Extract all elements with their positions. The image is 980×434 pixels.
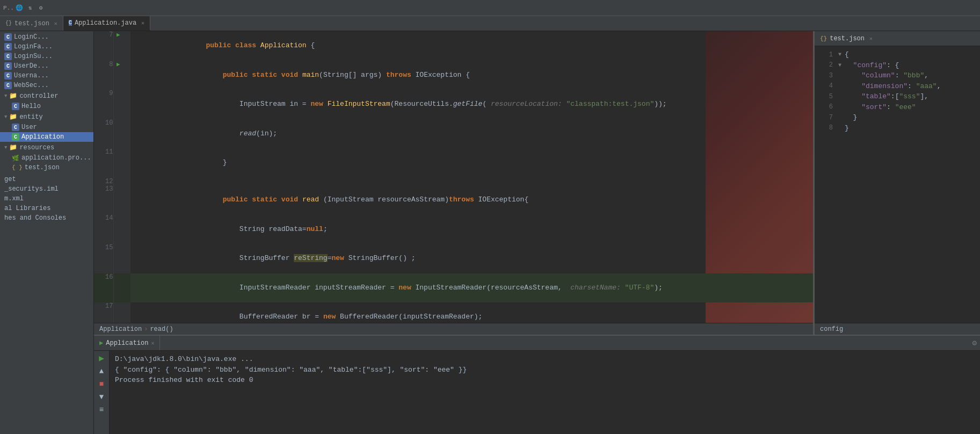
- code-line-12: 12: [94, 178, 813, 185]
- class-icon: C: [12, 124, 19, 131]
- sidebar-label: WebSec...: [14, 82, 49, 89]
- tab-label-active: Application.java: [75, 19, 136, 27]
- sidebar-item-libraries[interactable]: al Libraries: [4, 204, 89, 213]
- class-icon: C: [4, 33, 12, 41]
- sidebar-item-testjson[interactable]: { } test.json: [0, 163, 93, 172]
- class-icon: C: [4, 62, 12, 70]
- folder-icon: 📁: [9, 113, 17, 121]
- folder-icon: 📁: [9, 143, 17, 151]
- top-toolbar: P.. 🌐 ⇅ ⚙: [0, 0, 980, 16]
- main-tab-bar: {} test.json ✕ C Application.java ✕: [0, 16, 980, 31]
- right-tab-testjson[interactable]: {} test.json ✕: [815, 31, 878, 46]
- tab-application-java[interactable]: C Application.java ✕: [63, 16, 150, 31]
- sidebar-item-application[interactable]: C Application: [0, 132, 93, 142]
- sidebar-item-username[interactable]: C Userna...: [0, 71, 93, 81]
- chevron-down-icon: ▼: [4, 145, 7, 150]
- sidebar-item-user[interactable]: C User: [0, 122, 93, 132]
- sidebar-label: LoginC...: [14, 33, 49, 41]
- run-tab-text: Application: [106, 339, 148, 347]
- right-tab-close-icon[interactable]: ✕: [869, 35, 873, 42]
- project-sidebar: C LoginC... C LoginFa... C LoginSu... C …: [0, 31, 94, 434]
- main-layout: C LoginC... C LoginFa... C LoginSu... C …: [0, 31, 980, 434]
- run-play-button[interactable]: ▶: [96, 353, 107, 364]
- main-editor-pane: 7 ▶ public class Application { 8 ▶: [94, 31, 814, 335]
- class-icon: C: [4, 53, 12, 60]
- tab-test-json[interactable]: {} test.json ✕: [0, 16, 63, 31]
- sidebar-item-securityiml[interactable]: _securitys.iml: [4, 184, 89, 194]
- json-line-5: 5 "table":["sss"],: [820, 91, 975, 102]
- tab-close-icon[interactable]: ✕: [54, 20, 57, 27]
- class-icon: C: [4, 72, 12, 79]
- sidebar-item-controller[interactable]: ▼ 📁 controller: [0, 90, 93, 102]
- json-breadcrumb-config[interactable]: config: [820, 326, 843, 333]
- sidebar-item-entity[interactable]: ▼ 📁 entity: [0, 111, 93, 122]
- code-line-10: 10 read(in);: [94, 119, 813, 149]
- sidebar-item-mxml[interactable]: m.xml: [4, 194, 89, 204]
- chevron-down-icon: ▼: [4, 93, 7, 99]
- sidebar-item-hello[interactable]: C Hello: [0, 102, 93, 111]
- settings-icon[interactable]: ⚙: [37, 4, 45, 12]
- sidebar-label: LoginFa...: [14, 43, 53, 50]
- run-settings-icon[interactable]: ⚙: [969, 336, 980, 350]
- json-editor[interactable]: 1 ▼ { 2 ▼ "config": { 3 "column": "bbb",: [815, 46, 980, 323]
- sidebar-label: Userna...: [14, 72, 49, 79]
- code-line-16: 16 InputStreamReader inputStreamReader =…: [94, 273, 813, 303]
- run-up-button[interactable]: ▲: [96, 366, 107, 377]
- run-tab-close-icon[interactable]: ✕: [151, 340, 154, 346]
- java-file-icon: C: [69, 20, 72, 26]
- run-arrow-icon-8: ▶: [117, 61, 120, 68]
- sidebar-label: resources: [19, 144, 54, 151]
- sidebar-item-consoles[interactable]: hes and Consoles: [4, 213, 89, 223]
- run-exit-line: Process finished with exit code 0: [115, 375, 975, 386]
- json-line-1: 1 ▼ {: [820, 49, 975, 60]
- json-line-8: 8 }: [820, 123, 975, 134]
- run-toolbar: ▶ ▲ ■ ▼ ≡: [94, 351, 110, 434]
- sidebar-item-resources[interactable]: ▼ 📁 resources: [0, 142, 93, 153]
- breadcrumb-read[interactable]: read(): [150, 326, 173, 333]
- split-icon[interactable]: ⇅: [26, 4, 34, 12]
- class-icon: C: [4, 43, 12, 50]
- editor-breadcrumb: Application › read(): [94, 323, 813, 335]
- sidebar-label: test.json: [25, 164, 60, 171]
- code-line-7: 7 ▶ public class Application {: [94, 31, 813, 61]
- code-line-14: 14 String readData=null;: [94, 214, 813, 244]
- sidebar-item-websec[interactable]: C WebSec...: [0, 81, 93, 90]
- code-editor[interactable]: 7 ▶ public class Application { 8 ▶: [94, 31, 813, 323]
- code-line-8: 8 ▶ public static void main(String[] arg…: [94, 61, 813, 90]
- sidebar-label: LoginSu...: [14, 53, 53, 60]
- folder-icon: 📁: [9, 92, 17, 100]
- right-tab-bar: {} test.json ✕: [815, 31, 980, 46]
- sidebar-item-appprops[interactable]: 🌿 application.pro...: [0, 153, 93, 163]
- json-line-6: 6 "sort": "eee": [820, 102, 975, 113]
- json-icon-right: {}: [820, 35, 827, 42]
- code-line-11: 11 }: [94, 148, 813, 178]
- run-list-button[interactable]: ≡: [96, 404, 107, 415]
- run-tab-label[interactable]: ▶ Application ✕: [94, 336, 160, 350]
- code-line-9: 9 InputStream in = new FileInputStream(R…: [94, 90, 813, 119]
- run-down-button[interactable]: ▼: [96, 392, 107, 402]
- tab-close-active-icon[interactable]: ✕: [141, 20, 144, 26]
- sidebar-label: UserDe...: [14, 62, 49, 70]
- sidebar-item-userde[interactable]: C UserDe...: [0, 61, 93, 71]
- code-line-17: 17 BufferedReader br = new BufferedReade…: [94, 302, 813, 323]
- json-icon: { }: [12, 164, 23, 171]
- sidebar-label: application.pro...: [21, 154, 91, 162]
- breadcrumb-application[interactable]: Application: [99, 326, 142, 333]
- class-icon: C: [12, 133, 19, 141]
- right-tab-label: test.json: [830, 35, 865, 42]
- globe-icon[interactable]: 🌐: [15, 4, 24, 12]
- sidebar-item-loginsu[interactable]: C LoginSu...: [0, 52, 93, 61]
- sidebar-label: User: [21, 124, 37, 131]
- sidebar-item-get[interactable]: get: [4, 175, 89, 184]
- sidebar-item-loginc[interactable]: C LoginC...: [0, 32, 93, 42]
- json-line-3: 3 "column": "bbb",: [820, 70, 975, 81]
- sidebar-item-loginfa[interactable]: C LoginFa...: [0, 42, 93, 52]
- run-stop-button[interactable]: ■: [96, 379, 107, 389]
- class-icon: C: [4, 82, 12, 89]
- editors-split: 7 ▶ public class Application { 8 ▶: [94, 31, 980, 335]
- code-line-13: 13 public static void read (InputStream …: [94, 185, 813, 215]
- project-icon[interactable]: P..: [4, 4, 13, 12]
- chevron-down-icon: ▼: [4, 114, 7, 120]
- json-breadcrumb: config: [815, 323, 980, 335]
- breadcrumb-separator: ›: [144, 326, 148, 333]
